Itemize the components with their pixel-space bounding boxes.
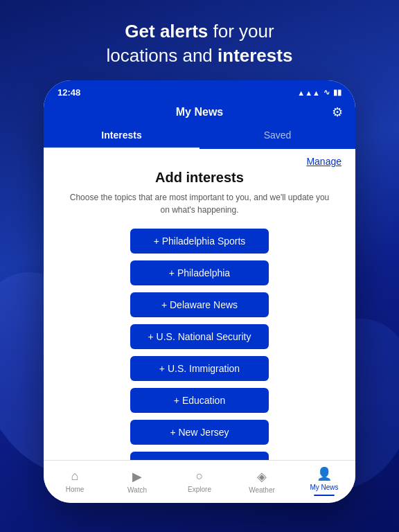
interest-btn-1[interactable]: + Philadelphia bbox=[130, 260, 269, 285]
tab-interests[interactable]: Interests bbox=[44, 124, 200, 149]
mynews-icon: 👤 bbox=[317, 466, 332, 481]
manage-row: Manage bbox=[44, 149, 355, 170]
bottom-tab-home-label: Home bbox=[66, 486, 85, 493]
phone-frame: 12:48 ▲▲▲ ∿ ▮▮ My News ⚙ Interests Saved… bbox=[44, 80, 355, 503]
top-tab-bar: Interests Saved bbox=[44, 124, 355, 149]
add-interests-title: Add interests bbox=[44, 170, 355, 186]
nav-bar: My News ⚙ bbox=[44, 102, 355, 124]
interest-btn-7[interactable]: + Entertainment bbox=[130, 452, 269, 460]
bottom-tab-explore-label: Explore bbox=[188, 486, 211, 493]
bottom-tab-bar: ⌂ Home ▶ Watch ○ Explore ◈ Weather 👤 My … bbox=[44, 460, 355, 503]
interest-btn-4[interactable]: + U.S. Immigration bbox=[130, 356, 269, 381]
interest-btn-0[interactable]: + Philadelphia Sports bbox=[130, 229, 269, 254]
manage-link[interactable]: Manage bbox=[306, 156, 342, 167]
add-interests-description: Choose the topics that are most importan… bbox=[44, 191, 355, 216]
watch-icon: ▶ bbox=[132, 469, 142, 484]
status-time: 12:48 bbox=[57, 87, 80, 98]
interest-btn-6[interactable]: + New Jersey bbox=[130, 420, 269, 445]
home-icon: ⌂ bbox=[71, 469, 79, 484]
header-bold-interests: interests bbox=[218, 45, 292, 66]
interest-btn-2[interactable]: + Delaware News bbox=[130, 292, 269, 317]
signal-icon: ▲▲▲ bbox=[297, 89, 320, 97]
explore-icon: ○ bbox=[196, 469, 204, 484]
header-locations: locations and bbox=[107, 45, 218, 66]
status-bar: 12:48 ▲▲▲ ∿ ▮▮ bbox=[44, 80, 355, 102]
nav-title: My News bbox=[176, 106, 223, 118]
interest-btn-3[interactable]: + U.S. National Security bbox=[130, 324, 269, 349]
bottom-tab-watch[interactable]: ▶ Watch bbox=[116, 469, 158, 494]
gear-icon[interactable]: ⚙ bbox=[332, 105, 343, 120]
bottom-tab-mynews[interactable]: 👤 My News bbox=[303, 466, 345, 496]
bottom-tab-weather[interactable]: ◈ Weather bbox=[241, 469, 283, 494]
weather-icon: ◈ bbox=[257, 469, 267, 484]
bottom-tab-weather-label: Weather bbox=[249, 486, 275, 494]
active-tab-indicator bbox=[314, 495, 335, 496]
bottom-tab-explore[interactable]: ○ Explore bbox=[179, 469, 220, 493]
header-bold-alerts: Get alerts bbox=[125, 21, 208, 42]
tab-saved[interactable]: Saved bbox=[200, 124, 355, 149]
bottom-tab-home[interactable]: ⌂ Home bbox=[54, 469, 96, 493]
header-for-your: for your bbox=[208, 21, 274, 42]
interest-btn-education[interactable]: + Education bbox=[130, 388, 269, 413]
bottom-tab-mynews-label: My News bbox=[310, 484, 338, 491]
content-area: Manage Add interests Choose the topics t… bbox=[44, 149, 355, 460]
status-icons: ▲▲▲ ∿ ▮▮ bbox=[297, 88, 342, 97]
bottom-tab-watch-label: Watch bbox=[127, 486, 147, 494]
wifi-icon: ∿ bbox=[323, 88, 330, 97]
interests-list: + Philadelphia Sports + Philadelphia + D… bbox=[44, 229, 355, 460]
page-header: Get alerts for your locations and intere… bbox=[79, 0, 321, 80]
battery-icon: ▮▮ bbox=[333, 88, 342, 97]
